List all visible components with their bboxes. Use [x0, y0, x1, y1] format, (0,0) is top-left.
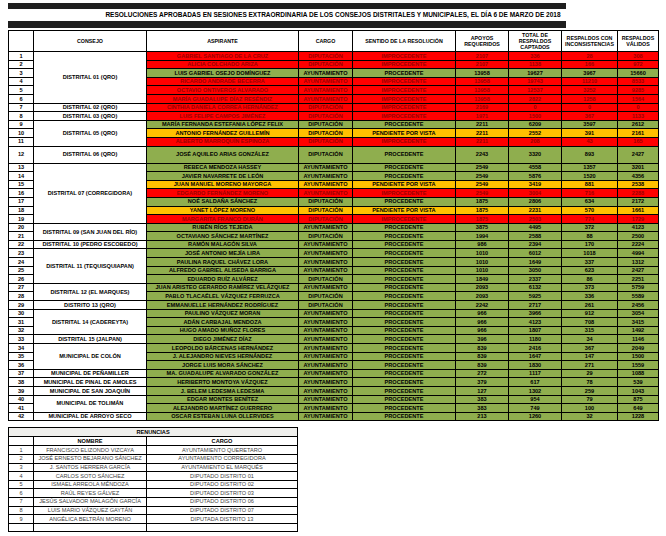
respaldos-captados-cell: 12537: [509, 86, 562, 95]
cargo-cell: DIPUTACIÓN: [299, 60, 353, 69]
apoyos-requeridos-cell: 1971: [456, 112, 509, 121]
row-number: 17: [9, 197, 34, 206]
apoyos-requeridos-cell: 2211: [456, 129, 509, 138]
renuncia-cargo-cell: DIPUTADO DISTRITO 02: [147, 480, 298, 489]
table-header-row: CONSEJO ASPIRANTE CARGO SENTIDO DE LA RE…: [9, 31, 659, 52]
row-number: 32: [9, 326, 34, 335]
sentido-cell: PROCEDENTE: [353, 232, 456, 241]
row-number: 1: [9, 52, 34, 61]
respaldos-inconsistencias-cell: 372: [562, 223, 618, 232]
respaldos-captados-cell: 617: [509, 378, 562, 387]
apoyos-requeridos-cell: 1875: [456, 197, 509, 206]
respaldos-inconsistencias-cell: 3967: [562, 69, 618, 78]
cargo-cell: DIPUTACIÓN: [299, 112, 353, 121]
row-number: 39: [9, 386, 34, 395]
apoyos-requeridos-cell: 2243: [456, 146, 509, 163]
respaldos-inconsistencias-cell: 912: [562, 309, 618, 318]
table-row: 39 MUNICIPAL DE SAN JOAQUÍN J. BELEM LED…: [9, 386, 659, 395]
row-number: 37: [9, 369, 34, 378]
apoyos-requeridos-cell: 383: [456, 395, 509, 404]
sentido-cell: PROCEDENTE: [353, 223, 456, 232]
respaldos-validos-cell: 2288: [618, 189, 659, 198]
aspirante-cell: GABRIEL SANTIAGO DE LA CRUZ: [147, 52, 299, 61]
apoyos-requeridos-cell: 13958: [456, 77, 509, 86]
cargo-cell: AYUNTAMIENTO: [299, 69, 353, 78]
cargo-cell: AYUNTAMIENTO: [299, 249, 353, 258]
respaldos-captados-cell: 5876: [509, 172, 562, 181]
respaldos-inconsistencias-cell: 893: [562, 146, 618, 163]
table-row: 20 DISTRITAL 09 (SAN JUAN DEL RÍO) RUBÉN…: [9, 223, 659, 232]
cargo-cell: DIPUTACIÓN: [299, 129, 353, 138]
cargo-cell: DIPUTACIÓN: [299, 146, 353, 163]
respaldos-validos-cell: 3054: [618, 309, 659, 318]
cargo-cell: DIPUTACIÓN: [299, 197, 353, 206]
renuncia-row: 4 CARLOS SOTO SÁNCHEZ DIPUTADO DISTRITO …: [9, 472, 298, 481]
table-row: 34 MUNICIPAL DE COLÓN LEOPOLDO BÁRCENAS …: [9, 344, 659, 353]
consejo-cell: DISTRITAL 12 (EL MARQUES): [34, 283, 147, 300]
table-row: 33 DISTRITAL 15 (JALPAN) DIEGO JIMÉNEZ D…: [9, 335, 659, 344]
apoyos-requeridos-cell: 1875: [456, 215, 509, 224]
cargo-cell: DIPUTACIÓN: [299, 52, 353, 61]
renuncia-row: 5 ISMAEL ARREOLA MÉNDOZA DIPUTADO DISTRI…: [9, 480, 298, 489]
respaldos-captados-cell: 3050: [509, 266, 562, 275]
row-number: 31: [9, 318, 34, 327]
apoyos-requeridos-cell: 127: [456, 386, 509, 395]
renuncia-nombre-cell: LUIS MARIO VÁZQUEZ GAYTÁN: [34, 506, 147, 515]
respaldos-inconsistencias-cell: 1357: [562, 163, 618, 172]
respaldos-captados-cell: 749: [509, 404, 562, 413]
aspirante-cell: RICARDO ANDRADE BECERRA: [147, 77, 299, 86]
renuncia-nombre-cell: FRANCISCO ELIZONDO VIZCAYA: [34, 446, 147, 455]
respaldos-captados-cell: 954: [509, 395, 562, 404]
renuncia-number: 6: [9, 489, 34, 498]
title-divider-bar: [8, 21, 566, 28]
document-page: RESOLUCIONES APROBADAS EN SESIONES EXTRA…: [0, 0, 666, 536]
consejo-cell: MUNICIPAL DE TOLIMÁN: [34, 395, 147, 412]
renuncia-row: 9 ANGÉLICA BELTRÁN MORENO DIPUTADA DISTR…: [9, 515, 298, 524]
row-number: 6: [9, 94, 34, 103]
sentido-cell: PROCEDENTE: [353, 283, 456, 292]
sentido-cell: PROCEDENTE: [353, 352, 456, 361]
renuncia-cargo-cell: DIPUTADO DISTRITO 07: [147, 506, 298, 515]
table-row: 42 MUNICIPAL DE ARROYO SECO OSCAR ESTEBA…: [9, 412, 659, 421]
table-row: 13 DISTRITAL 07 (CORREGIDORA) REBECA MEN…: [9, 163, 659, 172]
sentido-cell: PROCEDENTE: [353, 69, 456, 78]
cargo-cell: AYUNTAMIENTO: [299, 258, 353, 267]
respaldos-validos-cell: 1559: [618, 361, 659, 370]
table-row: 12 DISTRITAL 06 (QRO) JOSÉ AQUILEO ARIAS…: [9, 146, 659, 163]
renuncia-nombre-cell: J. SANTOS HERRERA GARCÍA: [34, 463, 147, 472]
respaldos-validos-cell: 539: [618, 378, 659, 387]
cargo-cell: AYUNTAMIENTO: [299, 223, 353, 232]
renuncia-cargo-cell: AYUNTAMIENTO QUERETARO: [147, 446, 298, 455]
apoyos-requeridos-cell: 2242: [456, 301, 509, 310]
renuncia-nombre-cell: CARLOS SOTO SÁNCHEZ: [34, 472, 147, 481]
respaldos-captados-cell: 3419: [509, 180, 562, 189]
respaldos-validos-cell: 649: [618, 404, 659, 413]
renuncia-cargo-cell: DIPUTADO DISTRITO 06: [147, 497, 298, 506]
row-number: 28: [9, 292, 34, 301]
sentido-cell: PROCEDENTE: [353, 318, 456, 327]
apoyos-requeridos-cell: 13958: [456, 86, 509, 95]
sentido-cell: PROCEDENTE: [353, 197, 456, 206]
respaldos-inconsistencias-cell: 43: [562, 137, 618, 146]
respaldos-captados-cell: 1117: [509, 369, 562, 378]
sentido-cell: PENDIENTE POR VISTA: [353, 129, 456, 138]
col-header-cargo: CARGO: [299, 31, 353, 52]
row-number: 41: [9, 404, 34, 413]
aspirante-cell: DIEGO JIMÉNEZ DÍAZ: [147, 335, 299, 344]
cargo-cell: AYUNTAMIENTO: [299, 86, 353, 95]
cargo-cell: AYUNTAMIENTO: [299, 240, 353, 249]
cargo-cell: AYUNTAMIENTO: [299, 309, 353, 318]
respaldos-validos-cell: 1492: [618, 326, 659, 335]
respaldos-inconsistencias-cell: 367: [562, 112, 618, 121]
respaldos-captados-cell: 1807: [509, 326, 562, 335]
row-number: 9: [9, 120, 34, 129]
consejo-cell: MUNICIPAL DE SAN JOAQUÍN: [34, 386, 147, 395]
respaldos-validos-cell: 2049: [618, 344, 659, 353]
respaldos-validos-cell: 2172: [618, 197, 659, 206]
respaldos-validos-cell: 1133: [618, 112, 659, 121]
respaldos-inconsistencias-cell: 11210: [562, 77, 618, 86]
apoyos-requeridos-cell: 966: [456, 326, 509, 335]
sentido-cell: PROCEDENTE: [353, 344, 456, 353]
col-header-apoyos: APOYOS REQUERIDOS: [456, 31, 509, 52]
respaldos-inconsistencias-cell: 373: [562, 283, 618, 292]
